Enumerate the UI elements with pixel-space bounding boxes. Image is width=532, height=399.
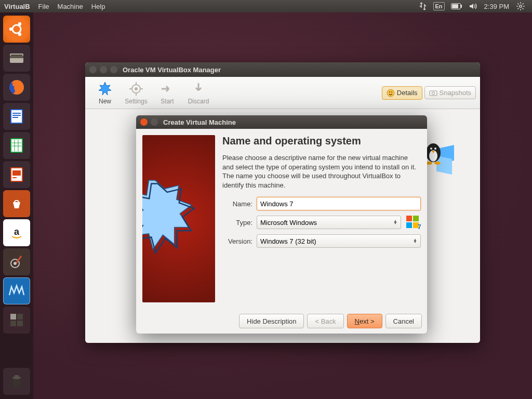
trash-icon[interactable] xyxy=(3,368,30,395)
svg-rect-23 xyxy=(12,115,21,116)
svg-rect-44 xyxy=(15,375,19,377)
svg-rect-39 xyxy=(10,314,16,320)
menu-help[interactable]: Help xyxy=(91,3,105,10)
name-input[interactable] xyxy=(257,197,421,210)
svg-rect-68 xyxy=(406,216,412,221)
dialog-titlebar[interactable]: Create Virtual Machine xyxy=(136,115,427,129)
svg-rect-20 xyxy=(11,110,22,123)
dialog-title: Create Virtual Machine xyxy=(163,118,236,126)
maximize-icon[interactable] xyxy=(110,66,117,73)
os-icon: 7 xyxy=(405,215,421,230)
top-menu-bar: VirtualB File Machine Help En 2:39 PM xyxy=(0,0,532,12)
minimize-icon[interactable] xyxy=(100,66,107,73)
svg-point-3 xyxy=(520,5,522,7)
version-select[interactable]: Windows 7 (32 bit) ▲▼ xyxy=(257,234,421,248)
calc-icon[interactable] xyxy=(3,132,30,159)
svg-point-61 xyxy=(430,148,432,150)
discard-button: Discard xyxy=(183,81,214,105)
svg-rect-22 xyxy=(12,113,21,114)
svg-line-10 xyxy=(517,8,518,9)
svg-rect-34 xyxy=(12,177,17,178)
svg-rect-70 xyxy=(406,222,412,228)
svg-line-9 xyxy=(523,8,524,9)
window-titlebar[interactable]: Oracle VM VirtualBox Manager xyxy=(85,62,480,77)
menu-machine[interactable]: Machine xyxy=(58,3,83,10)
svg-rect-25 xyxy=(11,139,22,152)
wizard-heading: Name and operating system xyxy=(222,135,421,147)
impress-icon[interactable] xyxy=(3,161,30,188)
svg-rect-2 xyxy=(452,4,458,8)
network-indicator-icon[interactable] xyxy=(419,0,427,12)
svg-point-15 xyxy=(18,33,21,36)
next-button[interactable]: Next > xyxy=(347,314,382,328)
svg-point-47 xyxy=(135,87,138,90)
dash-icon[interactable] xyxy=(3,16,30,43)
svg-point-56 xyxy=(432,92,434,95)
svg-point-62 xyxy=(434,148,436,150)
type-select[interactable]: Microsoft Windows ▲▼ xyxy=(257,216,401,229)
close-icon[interactable] xyxy=(140,118,148,126)
svg-rect-40 xyxy=(17,314,23,320)
svg-rect-17 xyxy=(10,56,23,58)
svg-point-52 xyxy=(387,89,394,97)
svg-point-13 xyxy=(9,28,12,31)
wizard-footer: Hide Description < Back Next > Cancel xyxy=(136,309,427,334)
virtualbox-icon[interactable] xyxy=(3,277,30,304)
battery-indicator-icon[interactable] xyxy=(451,0,462,12)
svg-line-8 xyxy=(517,3,518,4)
gear-indicator-icon[interactable] xyxy=(516,0,525,12)
new-button[interactable]: New xyxy=(89,81,121,105)
amazon-icon[interactable]: a xyxy=(3,219,30,246)
workspaces-icon[interactable] xyxy=(3,307,30,334)
window-title: Oracle VM VirtualBox Manager xyxy=(123,66,221,74)
hide-description-button[interactable]: Hide Description xyxy=(239,314,304,328)
details-icon xyxy=(387,89,395,97)
toolbar: New Settings Start Discard Details Snaps… xyxy=(85,77,480,109)
chevron-spinner-icon: ▲▼ xyxy=(413,239,417,243)
clock[interactable]: 2:39 PM xyxy=(484,3,509,10)
svg-rect-55 xyxy=(430,91,437,96)
cancel-button[interactable]: Cancel xyxy=(385,314,422,328)
svg-rect-33 xyxy=(12,170,21,176)
app-title: VirtualB xyxy=(4,3,30,10)
software-center-icon[interactable] xyxy=(3,190,30,217)
launcher: a xyxy=(0,12,33,399)
back-button: < Back xyxy=(307,314,343,328)
files-icon[interactable] xyxy=(3,45,30,72)
details-tab[interactable]: Details xyxy=(382,86,422,100)
name-label: Name: xyxy=(222,200,252,208)
svg-point-65 xyxy=(434,162,441,165)
svg-point-14 xyxy=(18,22,21,25)
svg-rect-41 xyxy=(10,321,16,326)
wizard-sidebar-image xyxy=(142,135,215,302)
svg-text:7: 7 xyxy=(418,223,421,230)
create-vm-dialog: Create Virtual Machine Name and operatin… xyxy=(136,115,427,334)
minimize-icon[interactable] xyxy=(151,118,158,126)
svg-line-11 xyxy=(523,3,524,4)
svg-text:a: a xyxy=(14,227,20,237)
menu-file[interactable]: File xyxy=(38,3,49,10)
svg-point-12 xyxy=(12,25,21,33)
snapshots-tab[interactable]: Snapshots xyxy=(424,86,476,99)
settings-icon[interactable] xyxy=(3,248,30,275)
wizard-description: Please choose a descriptive name for the… xyxy=(222,153,421,190)
chevron-spinner-icon: ▲▼ xyxy=(393,220,397,224)
svg-rect-24 xyxy=(12,117,18,118)
close-icon[interactable] xyxy=(89,66,97,73)
version-label: Version: xyxy=(222,237,252,245)
camera-icon xyxy=(429,90,437,96)
writer-icon[interactable] xyxy=(3,103,30,130)
keyboard-indicator[interactable]: En xyxy=(433,2,445,10)
sound-indicator-icon[interactable] xyxy=(469,0,477,12)
firefox-icon[interactable] xyxy=(3,74,30,101)
svg-rect-18 xyxy=(11,55,22,56)
start-button: Start xyxy=(152,81,183,105)
svg-point-53 xyxy=(389,91,390,92)
type-label: Type: xyxy=(222,219,252,227)
svg-marker-45 xyxy=(99,82,111,95)
svg-rect-1 xyxy=(461,5,462,8)
svg-rect-69 xyxy=(413,216,419,221)
svg-rect-42 xyxy=(17,321,23,326)
svg-point-54 xyxy=(391,91,392,92)
settings-button: Settings xyxy=(121,81,152,105)
